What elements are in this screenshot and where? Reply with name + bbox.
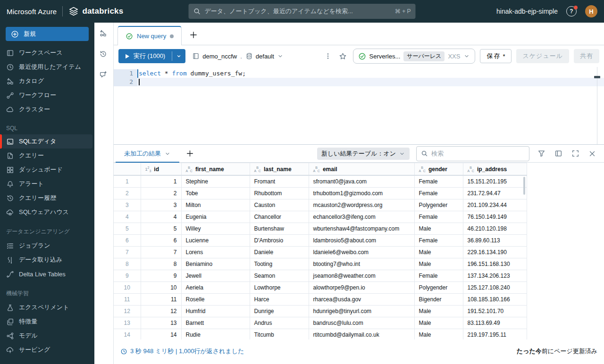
- sidebar-item-sql-warehouse[interactable]: SQLウェアハウス: [0, 205, 94, 219]
- cell-first_name[interactable]: Jewell: [181, 270, 250, 282]
- cell-gender[interactable]: Female: [414, 211, 463, 223]
- cell-id[interactable]: 2: [141, 188, 181, 199]
- warehouse-selector[interactable]: Serverles... サーバーレス XXS: [353, 49, 476, 64]
- cell-gender[interactable]: Male: [414, 329, 463, 340]
- cell-id[interactable]: 5: [141, 223, 181, 235]
- cell-id[interactable]: 1: [141, 176, 181, 188]
- cell-gender[interactable]: Male: [414, 258, 463, 270]
- cell-first_name[interactable]: Humfrid: [181, 306, 250, 317]
- close-icon[interactable]: [587, 149, 597, 159]
- add-tab-button[interactable]: [189, 31, 198, 39]
- sidebar-item-serving[interactable]: サービング: [0, 343, 94, 357]
- cell-email[interactable]: rtitcumbd@dailymail.co.uk: [309, 329, 414, 340]
- sidebar-item-workflows[interactable]: ワークフロー: [0, 88, 94, 102]
- cell-last_name[interactable]: Fromant: [250, 176, 309, 188]
- sidebar-item-queries[interactable]: クエリー: [0, 149, 94, 163]
- cell-last_name[interactable]: Tooting: [250, 258, 309, 270]
- cell-ip_address[interactable]: 196.151.168.130: [463, 258, 527, 270]
- cell-last_name[interactable]: Chancellor: [250, 211, 309, 223]
- cell-email[interactable]: hdunrigeb@tinyurl.com: [309, 306, 414, 317]
- kebab-menu-icon[interactable]: [323, 51, 333, 61]
- cell-first_name[interactable]: Rudie: [181, 329, 250, 340]
- cell-email[interactable]: jseamon8@weather.com: [309, 270, 414, 282]
- column-header-last_name[interactable]: ABClast_name: [250, 163, 309, 175]
- cell-last_name[interactable]: Andrus: [250, 317, 309, 329]
- cell-id[interactable]: 12: [141, 306, 181, 317]
- column-header-ip_address[interactable]: ABCip_address: [463, 163, 527, 175]
- sidebar-item-models[interactable]: モデル: [0, 329, 94, 343]
- cell-email[interactable]: mcauston2@wordpress.org: [309, 199, 414, 211]
- cell-last_name[interactable]: D'Ambrosio: [250, 235, 309, 247]
- cell-ip_address[interactable]: 83.113.69.49: [463, 317, 527, 329]
- sidebar-item-query-history[interactable]: クエリー履歴: [0, 191, 94, 205]
- run-button[interactable]: 実行 (1000): [118, 49, 185, 63]
- sidebar-item-alerts[interactable]: アラート: [0, 177, 94, 191]
- sidebar-item-job-runs[interactable]: ジョブラン: [0, 239, 94, 253]
- sidebar-item-features[interactable]: 特徴量: [0, 314, 94, 329]
- cell-id[interactable]: 13: [141, 317, 181, 329]
- cell-email[interactable]: ldambrosio5@about.com: [309, 235, 414, 247]
- editor-scroll-indicator[interactable]: [594, 76, 600, 78]
- avatar[interactable]: H: [585, 5, 597, 17]
- cell-ip_address[interactable]: 36.89.60.113: [463, 235, 527, 247]
- cell-email[interactable]: trhubottom1@gizmodo.com: [309, 188, 414, 199]
- cell-email[interactable]: alowthorpe9@pen.io: [309, 282, 414, 294]
- cell-email[interactable]: ldaniele6@weibo.com: [309, 247, 414, 258]
- column-header-gender[interactable]: ABCgender: [414, 163, 463, 175]
- tab-new-query[interactable]: New query: [117, 26, 182, 45]
- cell-ip_address[interactable]: 125.127.108.240: [463, 282, 527, 294]
- column-header-email[interactable]: ABCemail: [309, 163, 414, 175]
- cell-email[interactable]: rharcea@usda.gov: [309, 294, 414, 306]
- editor-line[interactable]: 2: [114, 78, 604, 86]
- column-header-id[interactable]: 123id: [141, 163, 181, 175]
- cell-last_name[interactable]: Harce: [250, 294, 309, 306]
- sidebar-item-dashboards[interactable]: ダッシュボード: [0, 163, 94, 177]
- cell-ip_address[interactable]: 201.109.234.44: [463, 199, 527, 211]
- favorite-star-icon[interactable]: [338, 51, 348, 61]
- cell-last_name[interactable]: Causton: [250, 199, 309, 211]
- cell-last_name[interactable]: Daniele: [250, 247, 309, 258]
- workspace-name[interactable]: hinak-adb-ejp-simple: [496, 8, 558, 15]
- cell-first_name[interactable]: Stephine: [181, 176, 250, 188]
- cell-first_name[interactable]: Aeriela: [181, 282, 250, 294]
- sidebar-item-workspace[interactable]: ワークスペース: [0, 46, 94, 60]
- share-button[interactable]: 共有: [574, 49, 599, 63]
- cell-ip_address[interactable]: 219.197.195.11: [463, 329, 527, 340]
- editor-line[interactable]: 1select * from dummy_users_fw;: [114, 69, 604, 78]
- cell-id[interactable]: 3: [141, 199, 181, 211]
- cell-email[interactable]: sfromant0@java.com: [309, 176, 414, 188]
- side-panel-icon[interactable]: [553, 149, 563, 159]
- grid-scrollbar-thumb[interactable]: [523, 177, 525, 195]
- history-panel-icon[interactable]: [99, 50, 109, 59]
- sidebar-item-delta-live-tables[interactable]: Delta Live Tables: [0, 267, 94, 281]
- schedule-button[interactable]: スケジュール: [516, 49, 569, 63]
- cell-gender[interactable]: Bigender: [414, 294, 463, 306]
- databricks-logo-group[interactable]: databricks: [68, 6, 123, 17]
- cell-email[interactable]: btooting7@who.int: [309, 258, 414, 270]
- cell-first_name[interactable]: Willey: [181, 223, 250, 235]
- cell-last_name[interactable]: Burtenshaw: [250, 223, 309, 235]
- new-result-table-toggle[interactable]: 新しい結果テーブル：オン: [317, 148, 410, 160]
- sidebar-item-recents[interactable]: 最近使用したアイテム: [0, 60, 94, 74]
- cell-first_name[interactable]: Lucienne: [181, 235, 250, 247]
- cell-gender[interactable]: Female: [414, 176, 463, 188]
- sql-editor[interactable]: 1select * from dummy_users_fw;2: [114, 67, 604, 145]
- column-header-first_name[interactable]: ABCfirst_name: [181, 163, 250, 175]
- global-search-input[interactable]: データ、ノートブック、最近のアイテムなどを検索... ⌘ + P: [189, 4, 416, 19]
- cell-email[interactable]: echancellor3@ifeng.com: [309, 211, 414, 223]
- cell-gender[interactable]: Female: [414, 270, 463, 282]
- cell-id[interactable]: 6: [141, 235, 181, 247]
- cell-ip_address[interactable]: 15.151.201.195: [463, 176, 527, 188]
- cell-id[interactable]: 8: [141, 258, 181, 270]
- cell-email[interactable]: wburtenshaw4@fastcompany.com: [309, 223, 414, 235]
- sidebar-item-clusters[interactable]: クラスター: [0, 102, 94, 116]
- catalog-panel-icon[interactable]: [99, 29, 109, 39]
- sidebar-item-data-ingestion[interactable]: データ取り込み: [0, 253, 94, 267]
- cell-first_name[interactable]: Roselle: [181, 294, 250, 306]
- cell-gender[interactable]: Polygender: [414, 282, 463, 294]
- save-button[interactable]: 保存 *: [480, 49, 512, 63]
- cell-gender[interactable]: Male: [414, 306, 463, 317]
- cell-ip_address[interactable]: 76.150.149.149: [463, 211, 527, 223]
- cell-first_name[interactable]: Eugenia: [181, 211, 250, 223]
- cell-gender[interactable]: Female: [414, 235, 463, 247]
